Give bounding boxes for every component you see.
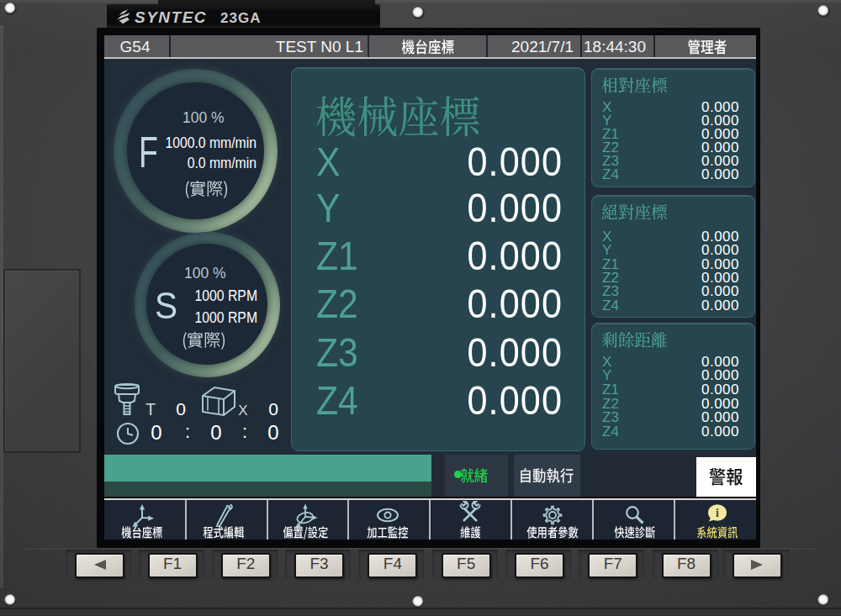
svg-text:SYNTEC: SYNTEC bbox=[135, 8, 207, 26]
svg-text:i: i bbox=[716, 507, 719, 519]
